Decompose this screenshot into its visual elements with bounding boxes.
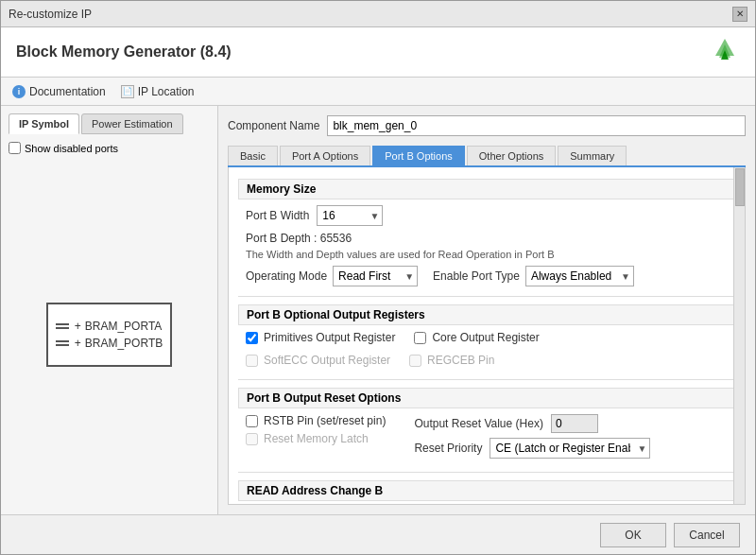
enable-port-type-label: Enable Port Type (433, 269, 520, 283)
reset-priority-row: Reset Priority CE (Latch or Register Ena… (414, 438, 650, 459)
output-reset-header: Port B Output Reset Options (238, 388, 735, 408)
app-title: Block Memory Generator (8.4) (16, 43, 232, 61)
close-button[interactable]: ✕ (732, 7, 747, 22)
core-checkbox[interactable] (414, 332, 426, 344)
show-disabled-label: Show disabled ports (25, 143, 118, 154)
mode-row: Operating Mode Read First Write First No… (238, 266, 735, 286)
documentation-link[interactable]: i Documentation (12, 85, 106, 98)
core-checkbox-row: Core Output Register (414, 331, 539, 344)
output-reset-value-row: Output Reset Value (Hex) (414, 414, 650, 433)
left-tabs: IP Symbol Power Estimation (9, 113, 210, 134)
reset-value-col: Output Reset Value (Hex) Reset Priority … (414, 414, 650, 464)
primitives-checkbox-row: Primitives Output Register (246, 331, 395, 344)
ok-button[interactable]: OK (600, 523, 666, 547)
port-b-width-row: Port B Width 16 ▼ (238, 205, 735, 226)
memory-size-section-header: Memory Size (238, 179, 735, 199)
porta-label: BRAM_PORTA (85, 320, 163, 333)
operating-mode-group: Operating Mode Read First Write First No… (246, 266, 418, 286)
porta-lines (56, 323, 69, 329)
reset-memory-row: Reset Memory Latch (246, 432, 386, 445)
regceb-checkbox[interactable] (409, 355, 421, 367)
output-reset-title: Port B Output Reset Options (247, 391, 401, 405)
core-label: Core Output Register (432, 331, 539, 344)
primitives-checkbox[interactable] (246, 332, 258, 344)
tab-content: Memory Size Port B Width 16 ▼ Port B Dep… (228, 167, 746, 505)
scrollbar-track[interactable] (733, 167, 745, 504)
tab-summary[interactable]: Summary (558, 146, 627, 165)
tab-ip-symbol[interactable]: IP Symbol (9, 113, 79, 134)
output-reset-label: Output Reset Value (Hex) (414, 417, 543, 430)
read-address-header: READ Address Change B (238, 480, 735, 501)
tab-port-b[interactable]: Port B Options (372, 146, 465, 165)
tab-basic[interactable]: Basic (228, 146, 278, 165)
divider-2 (238, 379, 735, 380)
bram-porta: + BRAM_PORTA (56, 320, 163, 333)
operating-mode-label: Operating Mode (246, 269, 327, 283)
regceb-checkbox-row: REGCEB Pin (409, 354, 494, 367)
footer: OK Cancel (1, 514, 755, 554)
reset-priority-label: Reset Priority (414, 442, 482, 455)
bram-symbol: + BRAM_PORTA + BRAM_PORTB (46, 303, 172, 367)
right-panel: Component Name Basic Port A Options Port… (218, 106, 755, 514)
port-b-width-label: Port B Width (246, 209, 309, 222)
reset-memory-checkbox[interactable] (246, 433, 258, 445)
toolbar: i Documentation 📄 IP Location (1, 78, 755, 106)
left-panel: IP Symbol Power Estimation Show disabled… (1, 106, 218, 514)
symbol-area: + BRAM_PORTA + BRAM_PORTB (9, 162, 210, 507)
rstb-checkbox-row: RSTB Pin (set/reset pin) (246, 414, 386, 427)
plus-b: + (75, 337, 81, 350)
tab-other-options[interactable]: Other Options (467, 146, 556, 165)
softecc-checkbox[interactable] (246, 355, 258, 367)
reset-priority-select-wrapper: CE (Latch or Register Enable) SR (Set Re… (490, 438, 650, 459)
cancel-button[interactable]: Cancel (674, 523, 740, 547)
port-b-depth-row: Port B Depth : 65536 (238, 232, 735, 245)
enable-port-type-group: Enable Port Type Always Enabled Use ENA … (433, 266, 634, 286)
portb-lines (56, 340, 69, 346)
read-address-title: READ Address Change B (247, 484, 383, 497)
component-name-row: Component Name (228, 115, 746, 136)
optional-registers-header: Port B Optional Output Registers (238, 304, 735, 325)
port-b-width-select-wrapper: 16 ▼ (317, 205, 383, 226)
width-depth-info: The Width and Depth values are used for … (238, 249, 735, 260)
divider-1 (238, 296, 735, 297)
documentation-label: Documentation (29, 85, 106, 98)
plus-a: + (75, 320, 81, 333)
file-icon: 📄 (121, 85, 134, 98)
output-reset-input[interactable] (551, 414, 598, 433)
main-window: Re-customize IP ✕ Block Memory Generator… (0, 0, 756, 555)
component-name-label: Component Name (228, 119, 319, 132)
show-disabled-checkbox[interactable] (9, 142, 21, 154)
content-area: IP Symbol Power Estimation Show disabled… (1, 106, 755, 514)
ip-location-label: IP Location (138, 85, 195, 98)
memory-size-title: Memory Size (247, 182, 316, 196)
operating-mode-select-wrapper: Read First Write First No Change ▼ (333, 266, 418, 286)
enable-port-type-select[interactable]: Always Enabled Use ENA Pin (525, 266, 634, 286)
softecc-checkbox-row: SoftECC Output Register (246, 354, 390, 367)
ip-location-link[interactable]: 📄 IP Location (121, 85, 195, 98)
info-icon: i (12, 85, 26, 98)
component-name-input[interactable] (327, 115, 746, 136)
main-tabs: Basic Port A Options Port B Options Othe… (228, 146, 746, 167)
show-disabled-row: Show disabled ports (9, 142, 210, 154)
rstb-col: RSTB Pin (set/reset pin) Reset Memory La… (246, 414, 386, 450)
rstb-checkbox[interactable] (246, 415, 258, 427)
rstb-label: RSTB Pin (set/reset pin) (264, 414, 386, 427)
regceb-label: REGCEB Pin (427, 354, 494, 367)
operating-mode-select[interactable]: Read First Write First No Change (333, 266, 418, 286)
optional-registers-title: Port B Optional Output Registers (247, 308, 425, 321)
softecc-label: SoftECC Output Register (264, 354, 390, 367)
divider-3 (238, 472, 735, 473)
window-title: Re-customize IP (9, 8, 92, 21)
header-section: Block Memory Generator (8.4) (1, 27, 755, 78)
tab-power-estimation[interactable]: Power Estimation (81, 113, 183, 134)
portb-label: BRAM_PORTB (85, 337, 163, 350)
scrollbar-thumb[interactable] (735, 168, 745, 206)
tab-port-a[interactable]: Port A Options (280, 146, 370, 165)
port-b-width-select[interactable]: 16 (317, 205, 383, 226)
reset-memory-label: Reset Memory Latch (264, 432, 369, 445)
reset-options-row: RSTB Pin (set/reset pin) Reset Memory La… (238, 414, 735, 464)
reset-priority-select[interactable]: CE (Latch or Register Enable) SR (Set Re… (490, 438, 650, 459)
bram-portb: + BRAM_PORTB (56, 337, 163, 350)
primitives-label: Primitives Output Register (264, 331, 395, 344)
vivado-logo (710, 37, 740, 67)
